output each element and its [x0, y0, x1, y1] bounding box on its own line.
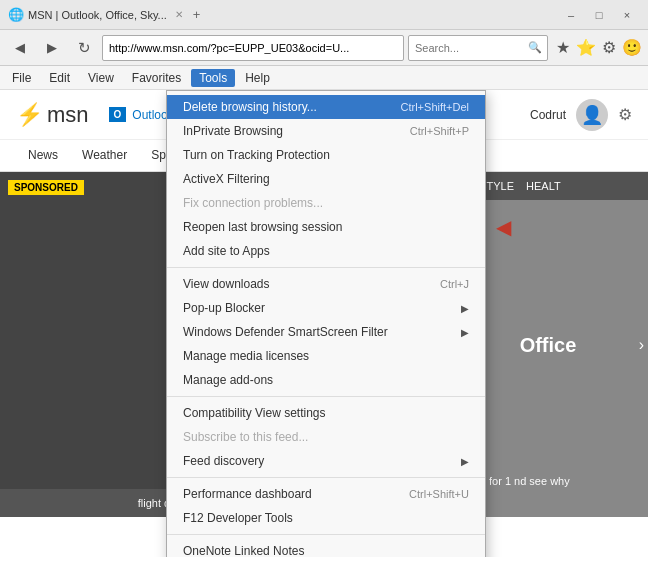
menu-feed-discovery[interactable]: Feed discovery ▶ — [167, 449, 485, 473]
address-input[interactable] — [102, 35, 404, 61]
search-icon: 🔍 — [528, 41, 542, 54]
menu-popup-blocker[interactable]: Pop-up Blocker ▶ — [167, 296, 485, 320]
menu-view-downloads[interactable]: View downloads Ctrl+J — [167, 272, 485, 296]
search-input[interactable] — [408, 35, 548, 61]
msn-logo-text: msn — [47, 102, 89, 128]
menu-add-site[interactable]: Add site to Apps — [167, 239, 485, 263]
menu-compatibility-view[interactable]: Compatibility View settings — [167, 401, 485, 425]
menu-help[interactable]: Help — [237, 69, 278, 87]
close-button[interactable]: × — [614, 5, 640, 25]
menu-favorites[interactable]: Favorites — [124, 69, 189, 87]
smiley-icon[interactable]: 🙂 — [622, 38, 642, 57]
address-bar: ◀ ▶ ↻ 🔍 ★ ⭐ ⚙ 🙂 — [0, 30, 648, 66]
browser-icon: 🌐 — [8, 7, 24, 22]
menu-bar: File Edit View Favorites Tools Help — [0, 66, 648, 90]
menu-reopen-session[interactable]: Reopen last browsing session ◀ — [167, 215, 485, 239]
menu-inprivate[interactable]: InPrivate Browsing Ctrl+Shift+P — [167, 119, 485, 143]
title-bar-controls: – □ × — [558, 5, 640, 25]
tab-close-icon[interactable]: ✕ — [175, 9, 183, 20]
user-name: Codrut — [530, 108, 566, 122]
new-tab-btn[interactable]: + — [193, 7, 201, 22]
menu-activex[interactable]: ActiveX Filtering — [167, 167, 485, 191]
menu-manage-addons[interactable]: Manage add-ons — [167, 368, 485, 392]
separator-4 — [167, 534, 485, 535]
title-bar-left: 🌐 MSN | Outlook, Office, Sky... ✕ + — [8, 7, 200, 22]
search-wrapper: 🔍 — [408, 35, 548, 61]
sponsored-badge: SPONSORED — [8, 180, 84, 195]
nav-item[interactable]: News — [16, 142, 70, 170]
page-content: ⚡ msn O Outlook.com Codrut 👤 ⚙ News Weat… — [0, 90, 648, 557]
menu-tools[interactable]: Tools — [191, 69, 235, 87]
menu-view[interactable]: View — [80, 69, 122, 87]
separator-2 — [167, 396, 485, 397]
minimize-button[interactable]: – — [558, 5, 584, 25]
menu-onenote-linked[interactable]: OneNote Linked Notes — [167, 539, 485, 557]
toolbar-icons: ★ ⭐ ⚙ 🙂 — [556, 38, 642, 57]
user-avatar: 👤 — [576, 99, 608, 131]
menu-performance[interactable]: Performance dashboard Ctrl+Shift+U — [167, 482, 485, 506]
menu-fix-connection: Fix connection problems... — [167, 191, 485, 215]
menu-f12[interactable]: F12 Developer Tools — [167, 506, 485, 530]
red-arrow-icon: ◀ — [496, 215, 511, 239]
separator-1 — [167, 267, 485, 268]
menu-media-licenses[interactable]: Manage media licenses — [167, 344, 485, 368]
separator-3 — [167, 477, 485, 478]
msn-user-area: Codrut 👤 ⚙ — [530, 99, 632, 131]
menu-tracking-protection[interactable]: Turn on Tracking Protection — [167, 143, 485, 167]
favorites-icon[interactable]: ★ — [556, 38, 570, 57]
settings-icon[interactable]: ⚙ — [602, 38, 616, 57]
tools-dropdown: Delete browsing history... Ctrl+Shift+De… — [166, 90, 486, 557]
forward-button[interactable]: ▶ — [38, 35, 66, 61]
maximize-button[interactable]: □ — [586, 5, 612, 25]
title-bar: 🌐 MSN | Outlook, Office, Sky... ✕ + – □ … — [0, 0, 648, 30]
reload-button[interactable]: ↻ — [70, 35, 98, 61]
menu-smartscreen[interactable]: Windows Defender SmartScreen Filter ▶ — [167, 320, 485, 344]
nav-item[interactable]: Weather — [70, 142, 139, 170]
back-button[interactable]: ◀ — [6, 35, 34, 61]
msn-logo: ⚡ msn — [16, 102, 89, 128]
menu-edit[interactable]: Edit — [41, 69, 78, 87]
outlook-icon: O — [109, 107, 127, 122]
menu-subscribe-feed: Subscribe to this feed... — [167, 425, 485, 449]
menu-file[interactable]: File — [4, 69, 39, 87]
settings-gear-icon[interactable]: ⚙ — [618, 105, 632, 124]
msn-logo-icon: ⚡ — [16, 102, 43, 128]
office-label: Office — [520, 333, 577, 356]
tab-title: MSN | Outlook, Office, Sky... — [28, 9, 167, 21]
menu-delete-history[interactable]: Delete browsing history... Ctrl+Shift+De… — [167, 95, 485, 119]
star-icon[interactable]: ⭐ — [576, 38, 596, 57]
